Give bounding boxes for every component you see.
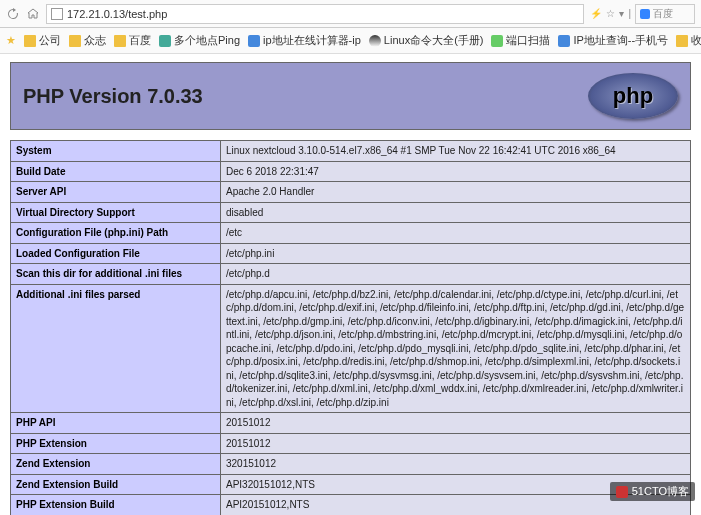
browser-address-bar: 172.21.0.13/test.php ⚡ ☆ ▾ | 百度 <box>0 0 701 28</box>
php-logo-text: php <box>613 83 653 109</box>
search-input[interactable]: 百度 <box>635 4 695 24</box>
dropdown-icon[interactable]: ▾ <box>619 8 624 19</box>
addr-right-controls: ⚡ ☆ ▾ | 百度 <box>590 4 695 24</box>
info-value: /etc <box>221 223 691 244</box>
info-value: disabled <box>221 202 691 223</box>
info-key: Zend Extension Build <box>11 474 221 495</box>
info-value: Linux nextcloud 3.10.0-514.el7.x86_64 #1… <box>221 141 691 162</box>
bookmarks-bar: ★ 公司众志百度多个地点Pingip地址在线计算器-ipLinux命令大全(手册… <box>0 28 701 54</box>
page-title: PHP Version 7.0.33 <box>23 85 203 108</box>
watermark-text: 51CTO博客 <box>632 484 689 499</box>
watermark: 51CTO博客 <box>610 482 695 501</box>
info-value: Dec 6 2018 22:31:47 <box>221 161 691 182</box>
bookmark-item[interactable]: 公司 <box>20 31 65 50</box>
table-row: Server APIApache 2.0 Handler <box>11 182 691 203</box>
info-key: Zend Extension <box>11 454 221 475</box>
bookmark-item[interactable]: ip地址在线计算器-ip <box>244 31 365 50</box>
info-key: System <box>11 141 221 162</box>
green-icon <box>159 35 171 47</box>
table-row: Virtual Directory Supportdisabled <box>11 202 691 223</box>
search-engine-icon <box>640 9 650 19</box>
info-value: 320151012 <box>221 454 691 475</box>
star-icon[interactable]: ☆ <box>606 8 615 19</box>
port-icon <box>491 35 503 47</box>
table-row: Additional .ini files parsed/etc/php.d/a… <box>11 284 691 413</box>
info-value: 20151012 <box>221 433 691 454</box>
folder-icon <box>114 35 126 47</box>
php-version-header: PHP Version 7.0.33 php <box>10 62 691 130</box>
table-row: SystemLinux nextcloud 3.10.0-514.el7.x86… <box>11 141 691 162</box>
info-value: Apache 2.0 Handler <box>221 182 691 203</box>
bookmark-label: 多个地点Ping <box>174 33 240 48</box>
php-info-table: SystemLinux nextcloud 3.10.0-514.el7.x86… <box>10 140 691 515</box>
info-key: PHP Extension <box>11 433 221 454</box>
info-key: Loaded Configuration File <box>11 243 221 264</box>
refresh-icon[interactable] <box>6 7 20 21</box>
folder-icon <box>69 35 81 47</box>
url-text: 172.21.0.13/test.php <box>67 8 579 20</box>
php-logo: php <box>588 73 678 119</box>
table-row: Configuration File (php.ini) Path/etc <box>11 223 691 244</box>
info-key: PHP Extension Build <box>11 495 221 516</box>
divider: | <box>628 8 631 19</box>
page-icon <box>51 8 63 20</box>
info-key: Additional .ini files parsed <box>11 284 221 413</box>
bookmark-label: 端口扫描 <box>506 33 550 48</box>
info-key: Server API <box>11 182 221 203</box>
search-placeholder: 百度 <box>653 7 673 21</box>
home-icon[interactable] <box>26 7 40 21</box>
ip-icon <box>248 35 260 47</box>
info-key: Build Date <box>11 161 221 182</box>
table-row: Zend Extension BuildAPI320151012,NTS <box>11 474 691 495</box>
bookmark-label: 收藏到有道云笔 <box>691 33 701 48</box>
bookmark-item[interactable]: 众志 <box>65 31 110 50</box>
watermark-icon <box>616 486 628 498</box>
table-row: Loaded Configuration File/etc/php.ini <box>11 243 691 264</box>
table-row: PHP Extension BuildAPI20151012,NTS <box>11 495 691 516</box>
bookmark-item[interactable]: 多个地点Ping <box>155 31 244 50</box>
bookmark-label: Linux命令大全(手册) <box>384 33 484 48</box>
bookmark-label: IP地址查询--手机号 <box>573 33 668 48</box>
info-key: PHP API <box>11 413 221 434</box>
bookmark-label: 公司 <box>39 33 61 48</box>
table-row: Scan this dir for additional .ini files/… <box>11 264 691 285</box>
info-key: Configuration File (php.ini) Path <box>11 223 221 244</box>
lightning-icon[interactable]: ⚡ <box>590 8 602 19</box>
address-input-wrapper[interactable]: 172.21.0.13/test.php <box>46 4 584 24</box>
info-key: Virtual Directory Support <box>11 202 221 223</box>
bookmark-item[interactable]: 百度 <box>110 31 155 50</box>
info-key: Scan this dir for additional .ini files <box>11 264 221 285</box>
info-value: /etc/php.d/apcu.ini, /etc/php.d/bz2.ini,… <box>221 284 691 413</box>
phone-icon <box>558 35 570 47</box>
info-value: /etc/php.d <box>221 264 691 285</box>
bookmark-label: 百度 <box>129 33 151 48</box>
bookmark-item[interactable]: 收藏到有道云笔 <box>672 31 701 50</box>
folder-icon <box>24 35 36 47</box>
table-row: Build DateDec 6 2018 22:31:47 <box>11 161 691 182</box>
bookmark-label: 众志 <box>84 33 106 48</box>
table-row: PHP API20151012 <box>11 413 691 434</box>
folder-icon <box>676 35 688 47</box>
bookmark-item[interactable]: IP地址查询--手机号 <box>554 31 672 50</box>
bookmark-label: ip地址在线计算器-ip <box>263 33 361 48</box>
page-content[interactable]: PHP Version 7.0.33 php SystemLinux nextc… <box>0 54 701 515</box>
info-value: 20151012 <box>221 413 691 434</box>
bookmark-item[interactable]: Linux命令大全(手册) <box>365 31 488 50</box>
table-row: PHP Extension20151012 <box>11 433 691 454</box>
bookmark-item[interactable]: 端口扫描 <box>487 31 554 50</box>
favorites-star-icon[interactable]: ★ <box>6 34 16 48</box>
info-value: /etc/php.ini <box>221 243 691 264</box>
table-row: Zend Extension320151012 <box>11 454 691 475</box>
penguin-icon <box>369 35 381 47</box>
